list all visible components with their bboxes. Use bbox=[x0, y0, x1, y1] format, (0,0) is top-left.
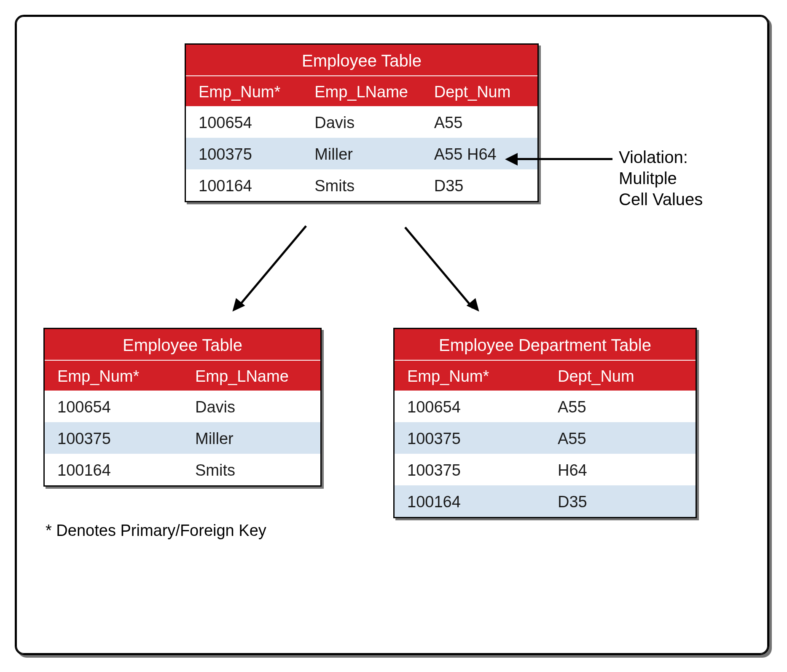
footnote-text: * Denotes Primary/Foreign Key bbox=[46, 522, 266, 540]
cell: D35 bbox=[422, 169, 537, 201]
cell: A55 H64 bbox=[422, 138, 537, 169]
annotation-arrow-stub bbox=[517, 158, 544, 160]
top-employee-table: Employee Table Emp_Num* Emp_LName Dept_N… bbox=[185, 43, 539, 202]
diagram-frame: Employee Table Emp_Num* Emp_LName Dept_N… bbox=[15, 15, 769, 655]
bottom-left-employee-table: Employee Table Emp_Num* Emp_LName 100654… bbox=[43, 328, 322, 487]
table-title: Employee Table bbox=[186, 45, 537, 75]
table-title: Employee Department Table bbox=[395, 329, 696, 360]
table-row: 100164 Smits bbox=[45, 454, 320, 485]
bottom-right-dept-table: Employee Department Table Emp_Num* Dept_… bbox=[393, 328, 697, 518]
annotation-line: Mulitple bbox=[619, 168, 703, 189]
table-row: 100375 H64 bbox=[395, 454, 696, 485]
cell: 100654 bbox=[186, 106, 302, 138]
table-header-row: Emp_Num* Dept_Num bbox=[395, 360, 696, 391]
violation-annotation: Violation: Mulitple Cell Values bbox=[619, 147, 703, 210]
col-header: Dept_Num bbox=[422, 76, 537, 106]
col-header: Emp_LName bbox=[183, 361, 320, 391]
cell: Smits bbox=[183, 454, 320, 485]
annotation-line: Violation: bbox=[619, 147, 703, 168]
table-row: 100375 Miller A55 H64 bbox=[186, 138, 537, 169]
table-row: 100654 A55 bbox=[395, 391, 696, 422]
cell: 100375 bbox=[45, 422, 183, 454]
table-row: 100654 Davis bbox=[45, 391, 320, 422]
split-arrow-left-line bbox=[237, 225, 307, 308]
table-title: Employee Table bbox=[45, 329, 320, 360]
cell: 100164 bbox=[45, 454, 183, 485]
table-header-row: Emp_Num* Emp_LName bbox=[45, 360, 320, 391]
annotation-arrow bbox=[543, 158, 612, 160]
table-row: 100375 A55 bbox=[395, 422, 696, 454]
cell: 100375 bbox=[186, 138, 302, 169]
cell: 100164 bbox=[186, 169, 302, 201]
table-row: 100164 Smits D35 bbox=[186, 169, 537, 201]
cell: Miller bbox=[183, 422, 320, 454]
cell: 100654 bbox=[395, 391, 545, 422]
annotation-line: Cell Values bbox=[619, 189, 703, 210]
cell: 100375 bbox=[395, 454, 545, 485]
table-header-row: Emp_Num* Emp_LName Dept_Num bbox=[186, 75, 537, 106]
cell: A55 bbox=[545, 422, 696, 454]
cell: Smits bbox=[302, 169, 422, 201]
col-header: Emp_Num* bbox=[45, 361, 183, 391]
split-arrow-right-head bbox=[467, 298, 484, 316]
cell: 100164 bbox=[395, 485, 545, 517]
cell: 100654 bbox=[45, 391, 183, 422]
cell: 100375 bbox=[395, 422, 545, 454]
cell: Miller bbox=[302, 138, 422, 169]
table-row: 100164 D35 bbox=[395, 485, 696, 517]
col-header: Emp_LName bbox=[302, 76, 422, 106]
table-row: 100654 Davis A55 bbox=[186, 106, 537, 138]
cell: H64 bbox=[545, 454, 696, 485]
col-header: Emp_Num* bbox=[186, 76, 302, 106]
table-row: 100375 Miller bbox=[45, 422, 320, 454]
cell: Davis bbox=[302, 106, 422, 138]
annotation-arrow-head bbox=[505, 153, 518, 166]
cell: A55 bbox=[422, 106, 537, 138]
cell: Davis bbox=[183, 391, 320, 422]
split-arrow-right-line bbox=[404, 227, 474, 309]
col-header: Emp_Num* bbox=[395, 361, 545, 391]
cell: D35 bbox=[545, 485, 696, 517]
cell: A55 bbox=[545, 391, 696, 422]
col-header: Dept_Num bbox=[545, 361, 696, 391]
